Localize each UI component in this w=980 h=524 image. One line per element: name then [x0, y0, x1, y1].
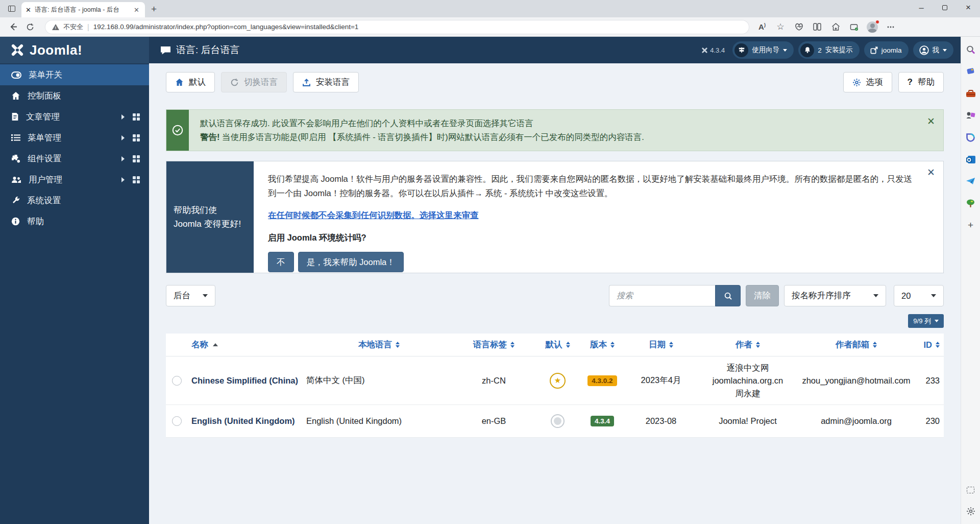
clear-button[interactable]: 清除 [746, 285, 779, 306]
back-button[interactable] [4, 19, 21, 35]
admin-sidebar: 菜单开关 控制面板 文章管理 菜单管理 组件设置 用户管理 系统设置 [0, 63, 149, 524]
split-screen-button[interactable] [811, 20, 824, 34]
sidebar-tree-button[interactable] [965, 198, 976, 209]
dashboard-grid-icon[interactable] [133, 155, 140, 162]
alert-close-icon[interactable]: ✕ [927, 115, 935, 127]
table-row: Chinese Simplified (China) 简体中文 (中国) zh-… [166, 356, 944, 405]
site-preview-pill-button[interactable]: joomla [864, 41, 909, 59]
sort-header-id[interactable]: ID [914, 340, 944, 350]
sidebar-shopping-button[interactable] [965, 66, 976, 77]
default-button[interactable]: 默认 [166, 72, 215, 92]
sidebar-item-label: 文章管理 [26, 111, 114, 123]
client-select[interactable]: 后台 [166, 285, 215, 306]
language-email: zhou_yongjian@hotmail.com [799, 376, 914, 386]
sidebar-item-label: 用户管理 [29, 174, 114, 185]
sort-header-name[interactable]: 名称 [191, 339, 306, 350]
notifications-pill-button[interactable]: 2 安装提示 [798, 41, 860, 59]
sidebar-item-label: 组件设置 [28, 153, 114, 164]
set-default-button[interactable] [551, 414, 565, 428]
sidebar-item-content[interactable]: 文章管理 [0, 106, 149, 127]
sidebar-toolbox-button[interactable] [965, 88, 976, 99]
browser-tab[interactable]: ✕ 语言: 后台语言 - joomla - 后台 ✕ [21, 2, 145, 17]
toggle-icon [11, 71, 21, 79]
stats-close-icon[interactable]: ✕ [927, 166, 935, 178]
default-star-button[interactable]: ★ [550, 373, 566, 389]
page-size-select[interactable]: 20 [894, 285, 944, 306]
collections-button[interactable] [829, 20, 842, 34]
tour-pill-button[interactable]: 使用向导 [732, 41, 794, 59]
sort-icon [610, 342, 615, 348]
window-controls: ─ × [910, 0, 980, 15]
sidebar-item-users[interactable]: 用户管理 [0, 169, 149, 190]
switch-language-button[interactable]: 切换语言 [221, 72, 287, 92]
browser-essentials-button[interactable] [792, 20, 805, 34]
sort-header-version[interactable]: 版本 [579, 339, 625, 350]
tab-close-icon[interactable]: ✕ [132, 6, 141, 14]
speech-bubble-icon [160, 45, 171, 55]
favorite-star-button[interactable]: ☆ [774, 20, 787, 34]
sidebar-item-dashboard[interactable]: 控制面板 [0, 85, 149, 106]
sidebar-drop-button[interactable] [965, 176, 976, 187]
magnifier-icon [724, 292, 732, 300]
language-name: Chinese Simplified (China) [191, 376, 306, 386]
sidebar-loop-button[interactable] [965, 132, 976, 143]
maximize-button[interactable] [933, 0, 957, 15]
minimize-button[interactable]: ─ [910, 0, 933, 15]
joomla-logo[interactable]: Joomla! [0, 37, 149, 63]
sort-select[interactable]: 按名称升序排序 [784, 285, 886, 306]
sidebar-item-menus[interactable]: 菜单管理 [0, 127, 149, 148]
search-button[interactable] [715, 285, 741, 306]
sort-header-default[interactable]: 默认 [536, 339, 579, 350]
sidebar-item-menu-toggle[interactable]: 菜单开关 [0, 64, 149, 85]
sort-icon [566, 342, 570, 348]
tab-actions-button[interactable] [4, 2, 19, 16]
search-input[interactable] [609, 285, 715, 306]
sidebar-search-button[interactable] [965, 44, 976, 55]
sidebar-item-components[interactable]: 组件设置 [0, 148, 149, 169]
sidebar-settings-button[interactable] [965, 506, 976, 517]
dashboard-grid-icon[interactable] [133, 176, 140, 183]
sidebar-item-system[interactable]: 系统设置 [0, 190, 149, 211]
table-header-row: 名称 本地语言 语言标签 默认 版本 日期 作者 作者邮箱 ID [166, 334, 944, 356]
sidebar-item-label: 帮助 [27, 216, 140, 227]
sort-header-native[interactable]: 本地语言 [306, 339, 452, 350]
sort-header-date[interactable]: 日期 [625, 339, 697, 350]
sidebar-outlook-button[interactable] [965, 154, 976, 165]
stats-no-button[interactable]: 不 [268, 252, 294, 272]
sidebar-add-button[interactable]: + [965, 220, 976, 231]
profile-avatar[interactable] [866, 20, 879, 34]
language-native: 简体中文 (中国) [306, 375, 452, 386]
sort-header-author[interactable]: 作者 [697, 339, 799, 350]
sort-header-email[interactable]: 作者邮箱 [799, 339, 914, 350]
refresh-button[interactable] [21, 19, 39, 35]
split-screen-icon [813, 23, 821, 31]
install-language-button[interactable]: 安装语言 [293, 72, 359, 92]
read-aloud-button[interactable]: A) [755, 20, 769, 34]
sort-asc-icon [213, 343, 218, 346]
sidebar-screenshot-button[interactable] [965, 484, 976, 495]
help-button[interactable]: ? 帮助 [898, 72, 944, 92]
sidebar-games-button[interactable] [965, 110, 976, 121]
stats-review-link[interactable]: 在任何时候都不会采集到任何识别数据。选择这里来审查 [268, 208, 479, 222]
dashboard-grid-icon[interactable] [133, 134, 140, 141]
stats-yes-button[interactable]: 是，我来帮助 Joomla！ [298, 252, 404, 272]
collections-icon [831, 23, 840, 31]
dashboard-grid-icon[interactable] [133, 113, 140, 121]
columns-badge-button[interactable]: 9/9 列 [908, 314, 944, 328]
user-menu-pill-button[interactable]: 我 [913, 41, 954, 59]
upload-icon [302, 78, 311, 87]
options-button[interactable]: 选项 [843, 72, 892, 92]
wallet-button[interactable] [847, 20, 861, 34]
edge-sidebar: + [961, 37, 980, 524]
row-radio[interactable] [172, 416, 182, 426]
address-bar[interactable]: ! 不安全 | 192.168.0.99/administrator/index… [45, 20, 749, 34]
sidebar-item-help[interactable]: 帮助 [0, 211, 149, 232]
row-radio[interactable] [172, 376, 182, 386]
more-dots-icon [887, 26, 894, 28]
sort-header-tag[interactable]: 语言标签 [452, 339, 536, 350]
more-menu-button[interactable] [884, 20, 897, 34]
new-tab-button[interactable]: + [151, 4, 157, 15]
close-button[interactable]: × [957, 0, 980, 15]
version-badge: 4.3.0.2 [587, 375, 617, 386]
table-row: English (United Kingdom) English (United… [166, 405, 944, 438]
